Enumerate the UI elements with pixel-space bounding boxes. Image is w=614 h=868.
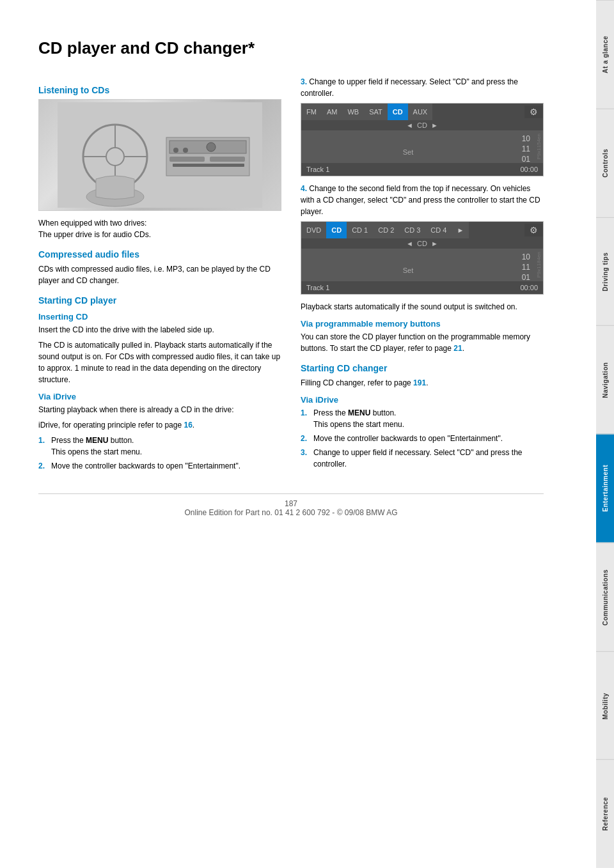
tab-cd[interactable]: CD	[388, 104, 408, 120]
tab-sat[interactable]: SAT	[364, 104, 388, 120]
svg-point-14	[183, 148, 188, 153]
tab-wb[interactable]: WB	[342, 104, 364, 120]
screen1-set-label: Set	[403, 148, 414, 156]
list-item: 1. Press the MENU button.This opens the …	[38, 435, 281, 458]
tab-cd3[interactable]: CD 3	[399, 222, 425, 238]
via-prog-memory-heading: Via programmable memory buttons	[301, 319, 544, 329]
svg-rect-12	[173, 164, 244, 167]
gear-icon-2[interactable]: ⚙	[524, 224, 543, 236]
svg-point-13	[173, 148, 178, 153]
page-title: CD player and CD changer*	[38, 38, 544, 58]
compressed-audio-heading: Compressed audio files	[38, 249, 281, 260]
inserting-cd-heading: Inserting CD	[38, 312, 281, 322]
tab-more[interactable]: ►	[452, 222, 469, 238]
tab-driving-tips[interactable]: Driving tips	[596, 217, 614, 326]
tab-cd-active[interactable]: CD	[326, 222, 347, 238]
screen1-tab-bar: FM AM WB SAT CD AUX ⚙	[301, 104, 543, 120]
playback-auto-text: Playback starts automatically if the sou…	[301, 301, 544, 313]
svg-point-9	[207, 143, 216, 151]
tab-aux[interactable]: AUX	[408, 104, 433, 120]
footer-text: Online Edition for Part no. 01 41 2 600 …	[184, 508, 397, 517]
tab-mobility[interactable]: Mobility	[596, 651, 614, 760]
compressed-audio-text: CDs with compressed audio files, i.e. MP…	[38, 263, 281, 286]
step3-text: 3. Change to upper field if necessary. S…	[301, 76, 544, 99]
cd-screen-1: FM AM WB SAT CD AUX ⚙ ◄ CD ► 10 11 01	[301, 103, 544, 176]
page-number: 187	[285, 499, 297, 508]
gear-icon[interactable]: ⚙	[524, 105, 543, 118]
tab-entertainment[interactable]: Entertainment	[596, 434, 614, 543]
right-steps-list: 1. Press the MENU button.This opens the …	[301, 407, 544, 470]
image-caption: When equipped with two drives: The upper…	[38, 217, 281, 240]
tab-reference[interactable]: Reference	[596, 759, 614, 868]
cd-changer-page-link[interactable]: 191	[413, 378, 426, 387]
tab-communications[interactable]: Communications	[596, 543, 614, 651]
list-item: 2. Move the controller backwards to open…	[38, 460, 281, 472]
list-item: 3. Change to upper field if necessary. S…	[301, 447, 544, 470]
tab-cd2[interactable]: CD 2	[373, 222, 399, 238]
cd-screen-2: DVD CD CD 1 CD 2 CD 3 CD 4 ► ⚙ ◄ CD ► 10	[301, 221, 544, 295]
tab-fm[interactable]: FM	[301, 104, 322, 120]
svg-rect-10	[169, 157, 205, 162]
menu-bold-1: MENU	[86, 436, 108, 445]
listening-to-cds-heading: Listening to CDs	[38, 85, 281, 95]
svg-rect-11	[210, 157, 245, 162]
screen2-tab-bar: DVD CD CD 1 CD 2 CD 3 CD 4 ► ⚙	[301, 222, 543, 238]
list-item: 1. Press the MENU button.This opens the …	[301, 407, 544, 430]
tab-am[interactable]: AM	[322, 104, 343, 120]
page-footer: 187 Online Edition for Part no. 01 41 2 …	[38, 493, 544, 517]
tab-dvd[interactable]: DVD	[301, 222, 326, 238]
left-steps-list: 1. Press the MENU button.This opens the …	[38, 435, 281, 472]
screen2-set-label: Set	[403, 267, 414, 274]
screen2-subtitle: ◄ CD ►	[301, 238, 543, 249]
inserting-cd-text1: Insert the CD into the drive with the la…	[38, 324, 281, 336]
tab-cd4[interactable]: CD 4	[425, 222, 452, 238]
tab-cd1[interactable]: CD 1	[347, 222, 373, 238]
via-idrive-heading-right: Via iDrive	[301, 395, 544, 405]
list-item: 2. Move the controller backwards to open…	[301, 433, 544, 444]
screen1-bottom-bar: Track 1 00:00	[301, 163, 543, 176]
tab-controls[interactable]: Controls	[596, 109, 614, 217]
cd-changer-text: Filling CD changer, refer to page 191.	[301, 377, 544, 389]
via-idrive-heading-left: Via iDrive	[38, 392, 281, 401]
idrive-refer-text: iDrive, for operating principle refer to…	[38, 419, 281, 431]
side-tab-bar: At a glance Controls Driving tips Naviga…	[596, 0, 614, 868]
via-prog-page-link[interactable]: 21	[453, 344, 462, 353]
screen1-watermark: P9x1154en	[536, 134, 542, 159]
idrive-page-link[interactable]: 16	[184, 421, 192, 430]
tab-navigation[interactable]: Navigation	[596, 325, 614, 434]
via-prog-text: You can store the CD player function on …	[301, 331, 544, 354]
inserting-cd-text2: The CD is automatically pulled in. Playb…	[38, 339, 281, 385]
tab-at-a-glance[interactable]: At a glance	[596, 0, 614, 109]
screen1-subtitle: ◄ CD ►	[301, 120, 543, 130]
starting-cd-changer-heading: Starting CD changer	[301, 363, 544, 373]
screen2-bottom-bar: Track 1 00:00	[301, 281, 543, 294]
via-idrive-text: Starting playback when there is already …	[38, 404, 281, 415]
screen2-watermark: P9x1184en	[536, 252, 542, 277]
starting-cd-heading: Starting CD player	[38, 295, 281, 306]
step4-text: 4. Change to the second field from the t…	[301, 183, 544, 217]
car-interior-image	[38, 99, 281, 211]
menu-bold-2: MENU	[348, 408, 370, 417]
